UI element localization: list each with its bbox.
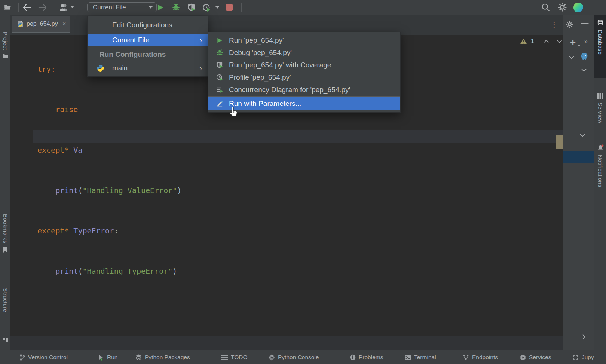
open-folder-icon[interactable] xyxy=(4,3,12,12)
tool-windows-icon[interactable] xyxy=(2,337,9,344)
toolbar-separator xyxy=(241,3,242,12)
prev-warning-chevron-up-icon[interactable] xyxy=(543,38,550,45)
hide-panel-icon[interactable]: » xyxy=(584,38,588,45)
forward-arrow-icon[interactable] xyxy=(38,4,47,11)
kebab-menu-icon[interactable]: ⋮ xyxy=(551,20,558,29)
close-icon[interactable]: × xyxy=(62,20,66,28)
menu-separator xyxy=(88,47,208,47)
statusbar-item-version-control[interactable]: Version Control xyxy=(19,350,68,364)
database-tool-window: + » xyxy=(563,15,594,350)
statusbar-item-services[interactable]: Services xyxy=(520,350,551,364)
stripe-button-notifications[interactable]: Notifications xyxy=(594,144,606,187)
menu-item-label: Concurrency Diagram for 'pep_654.py' xyxy=(208,86,350,94)
menu-item-concurrency-diagram[interactable]: Concurrency Diagram for 'pep_654.py' xyxy=(208,83,400,96)
bell-dot-icon xyxy=(597,144,604,152)
profile-icon xyxy=(216,74,223,81)
postgres-icon[interactable] xyxy=(580,52,589,61)
statusbar-item-jupyter[interactable]: Jupy xyxy=(572,350,594,364)
profile-dropdown-caret[interactable] xyxy=(215,6,219,9)
menu-item-profile-file[interactable]: Profile 'pep_654.py' xyxy=(208,71,400,83)
endpoints-icon xyxy=(463,354,469,361)
warning-count: 1 xyxy=(531,38,534,45)
run-icon[interactable] xyxy=(156,3,164,12)
users-dropdown-caret[interactable] xyxy=(70,6,74,8)
chevron-right-icon[interactable] xyxy=(581,334,587,340)
stripe-button-structure[interactable]: Structure xyxy=(0,288,10,312)
scrollbar-thumb[interactable] xyxy=(556,135,563,149)
right-tool-window-stripe: Database SciView Notifications xyxy=(594,15,606,350)
database-panel-toolbar: + » xyxy=(563,35,594,51)
menu-item-label: Current File xyxy=(88,36,149,44)
toolbar-separator xyxy=(55,3,55,12)
coverage-icon[interactable] xyxy=(187,3,196,12)
stripe-button-bookmarks[interactable]: Bookmarks xyxy=(0,214,10,253)
git-branch-icon xyxy=(19,354,25,361)
menu-item-label: main xyxy=(88,64,128,72)
stripe-button-project[interactable]: Project xyxy=(0,31,10,59)
menu-item-main[interactable]: main › xyxy=(88,61,208,75)
problems-icon xyxy=(350,354,356,360)
statusbar-item-python-packages[interactable]: Python Packages xyxy=(135,350,190,364)
tab-title: pep_654.py xyxy=(27,21,58,27)
users-icon[interactable] xyxy=(59,3,69,12)
next-warning-chevron-down-icon[interactable] xyxy=(556,38,563,45)
database-selected-row[interactable] xyxy=(563,151,594,163)
menu-item-label: Run 'pep_654.py' with Coverage xyxy=(208,61,331,69)
statusbar-item-todo[interactable]: TODO xyxy=(221,350,248,364)
services-icon xyxy=(520,354,526,361)
terminal-icon xyxy=(405,355,411,360)
stripe-label: Bookmarks xyxy=(2,214,9,244)
menu-header-label: Run Configurations xyxy=(100,51,166,59)
submenu-arrow-icon: › xyxy=(199,36,202,44)
submenu-arrow-icon: › xyxy=(199,64,202,72)
chevron-down-icon xyxy=(149,6,153,9)
chevron-down-icon[interactable] xyxy=(568,54,575,61)
add-icon[interactable]: + xyxy=(570,37,576,49)
statusbar-label: TODO xyxy=(231,354,248,361)
stripe-label: Database xyxy=(597,30,603,55)
gear-icon[interactable] xyxy=(566,21,573,28)
inspections-widget[interactable]: 1 xyxy=(520,38,563,45)
settings-gear-icon[interactable] xyxy=(558,3,567,12)
search-icon[interactable] xyxy=(541,3,550,12)
stripe-label: Notifications xyxy=(597,155,603,187)
folder-icon xyxy=(2,53,8,59)
statusbar-item-terminal[interactable]: Terminal xyxy=(405,350,436,364)
database-panel-header xyxy=(563,15,594,35)
menu-item-run-file[interactable]: Run 'pep_654.py' xyxy=(208,34,400,46)
code-line: except* TypeError: xyxy=(37,224,181,238)
python-file-icon xyxy=(17,20,24,28)
back-arrow-icon[interactable] xyxy=(22,4,31,11)
statusbar-item-problems[interactable]: Problems xyxy=(350,350,383,364)
menu-item-run-with-coverage[interactable]: Run 'pep_654.py' with Coverage xyxy=(208,59,400,71)
concurrency-icon xyxy=(216,86,223,93)
left-tool-window-stripe: Project Bookmarks Structure xyxy=(0,15,11,350)
ide-logo[interactable] xyxy=(573,3,583,12)
toolbar-separator xyxy=(18,3,19,12)
menu-item-debug-file[interactable]: Debug 'pep_654.py' xyxy=(208,46,400,59)
statusbar-label: Run xyxy=(107,354,117,361)
stripe-button-sciview[interactable]: SciView xyxy=(594,93,606,123)
menu-item-edit-configurations[interactable]: Edit Configurations... xyxy=(88,17,208,33)
statusbar-item-endpoints[interactable]: Endpoints xyxy=(463,350,498,364)
statusbar-item-run[interactable]: Run xyxy=(98,350,117,364)
profile-icon[interactable] xyxy=(202,3,211,12)
code-line: print("Handling ValueError") xyxy=(37,184,181,197)
menu-header-run-configurations: Run Configurations xyxy=(88,48,208,61)
stripe-button-database[interactable]: Database xyxy=(594,19,606,55)
current-file-submenu: Run 'pep_654.py' Debug 'pep_654.py' Run … xyxy=(208,32,401,113)
chevron-down-icon[interactable] xyxy=(581,67,587,73)
database-icon xyxy=(597,19,603,26)
menu-item-current-file[interactable]: Current File › xyxy=(88,34,208,46)
chevron-down-icon[interactable] xyxy=(579,132,586,138)
statusbar-item-python-console[interactable]: Python Console xyxy=(269,350,319,364)
stop-icon[interactable] xyxy=(226,4,233,11)
run-configuration-selector[interactable]: Current File xyxy=(87,2,157,12)
debug-icon xyxy=(216,49,223,56)
toolbar-separator xyxy=(80,3,80,12)
minimize-icon[interactable] xyxy=(581,23,589,24)
debug-icon[interactable] xyxy=(172,3,180,12)
statusbar-label: Python Console xyxy=(278,354,319,361)
coverage-icon xyxy=(216,61,223,68)
tab-pep-654-py[interactable]: pep_654.py × xyxy=(12,16,70,33)
